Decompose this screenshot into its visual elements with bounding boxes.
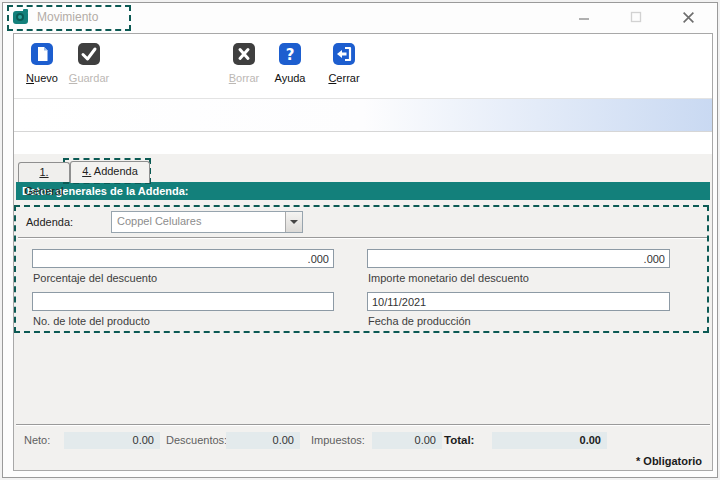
new-document-icon — [30, 42, 54, 66]
fecha-produccion-input[interactable] — [367, 292, 670, 311]
combo-dropdown-button[interactable] — [285, 212, 302, 232]
svg-text:?: ? — [286, 46, 295, 64]
help-icon: ? — [278, 42, 302, 66]
borrar-button[interactable]: Borrar — [218, 42, 270, 92]
statusbar-separator — [16, 424, 710, 426]
form-separator — [18, 237, 708, 239]
close-icon[interactable] — [673, 7, 703, 27]
minimize-icon[interactable] — [569, 7, 599, 27]
app-logo-icon — [12, 8, 30, 26]
lote-producto-input[interactable] — [32, 292, 334, 311]
tab-panel — [14, 154, 712, 470]
ayuda-label: Ayuda — [264, 72, 316, 84]
neto-value: 0.00 — [64, 432, 160, 449]
tab-general[interactable]: 1. General — [18, 162, 70, 182]
required-note: * Obligatorio — [636, 455, 702, 467]
section-header: Datos generales de la Addenda: — [16, 182, 710, 200]
descuentos-value: 0.00 — [226, 432, 300, 449]
exit-icon — [332, 42, 356, 66]
tab-addenda[interactable]: 4. Addenda — [70, 161, 150, 183]
window-controls — [569, 7, 703, 27]
window-title: Movimiento — [37, 10, 98, 24]
screenshot-root: Movimiento — [0, 0, 720, 480]
delete-x-icon — [232, 42, 256, 66]
impuestos-value: 0.00 — [372, 432, 442, 449]
content-frame: Nuevo Guardar — [13, 33, 713, 471]
addenda-selected-value: Coppel Celulares — [117, 215, 201, 227]
app-window: Movimiento — [2, 2, 718, 478]
info-band — [14, 98, 712, 132]
cerrar-button[interactable]: Cerrar — [318, 42, 370, 92]
total-value: 0.00 — [492, 432, 607, 449]
maximize-icon[interactable] — [621, 7, 651, 27]
chevron-down-icon — [290, 220, 298, 224]
fecha-produccion-label: Fecha de producción — [368, 315, 471, 327]
porcentaje-descuento-input[interactable] — [32, 249, 334, 268]
neto-label: Neto: — [24, 434, 50, 446]
cerrar-label: Cerrar — [318, 72, 370, 84]
descuentos-label: Descuentos: — [166, 434, 227, 446]
lote-producto-label: No. de lote del producto — [33, 315, 150, 327]
total-label: Total: — [444, 434, 474, 446]
guardar-label: Guardar — [60, 72, 118, 84]
save-check-icon — [77, 42, 101, 66]
addenda-select[interactable]: Coppel Celulares — [111, 211, 303, 233]
titlebar: Movimiento — [3, 3, 717, 31]
impuestos-label: Impuestos: — [311, 434, 365, 446]
addenda-label: Addenda: — [26, 216, 73, 228]
ayuda-button[interactable]: ? Ayuda — [264, 42, 316, 92]
importe-descuento-label: Importe monetario del descuento — [368, 272, 529, 284]
guardar-button[interactable]: Guardar — [60, 42, 118, 92]
porcentaje-descuento-label: Porcentaje del descuento — [33, 272, 157, 284]
importe-descuento-input[interactable] — [367, 249, 670, 268]
toolbar: Nuevo Guardar — [14, 34, 712, 96]
borrar-label: Borrar — [218, 72, 270, 84]
